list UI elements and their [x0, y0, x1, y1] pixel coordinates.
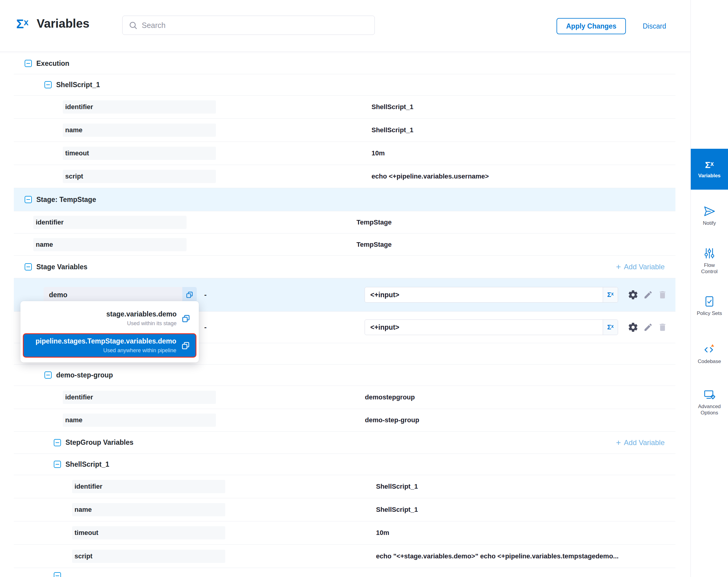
sidebar-item-policy-sets[interactable]: Policy Sets — [691, 295, 728, 317]
section-label: Execution — [36, 59, 69, 68]
row-kv-stage-identifier: identifier TempStage — [14, 211, 675, 233]
sidebar-item-codebase[interactable]: Codebase — [691, 343, 728, 365]
kv-value: echo <+pipeline.variables.username> — [371, 173, 489, 180]
row-kv-identifier: identifier ShellScript_1 — [14, 96, 675, 119]
section-label: ShellScript_1 — [56, 81, 100, 89]
kv-label: name — [72, 503, 225, 516]
sidebar-item-label: Flow Control — [696, 262, 723, 275]
variable-required-dash: - — [204, 323, 207, 331]
row-section-inner-shellscript1: ShellScript_1 — [14, 454, 675, 475]
collapse-icon[interactable] — [25, 263, 32, 271]
collapse-icon[interactable] — [54, 461, 61, 468]
sigma-icon: Σˣ — [705, 160, 714, 170]
apply-changes-button[interactable]: Apply Changes — [556, 18, 626, 34]
sidebar-item-label: Notify — [696, 220, 723, 226]
search-input[interactable] — [142, 21, 358, 30]
copy-icon[interactable] — [181, 314, 190, 323]
kv-label: timeout — [72, 526, 225, 540]
variable-value-input[interactable]: <+input> Σˣ — [365, 320, 618, 335]
settings-gear-icon[interactable] — [628, 322, 639, 333]
sliders-icon — [703, 247, 716, 260]
kv-value: demo-step-group — [365, 416, 419, 424]
kv-label: name — [63, 413, 216, 427]
row-kv-inner-script: script echo "<+stage.variables.demo>" ec… — [14, 545, 675, 568]
plus-icon: + — [616, 438, 621, 447]
variable-row-actions — [628, 322, 667, 333]
edit-pencil-icon[interactable] — [643, 323, 653, 332]
panel-header: Σˣ Variables Apply Changes Discard — [0, 0, 691, 52]
section-label: Stage: TempStage — [36, 196, 96, 204]
sidebar-item-advanced-options[interactable]: Advanced Options — [691, 388, 728, 416]
sidebar-item-flow-control[interactable]: Flow Control — [691, 247, 728, 275]
section-label: ShellScript_1 — [66, 460, 109, 469]
kv-label: identifier — [72, 480, 225, 493]
kv-value: ShellScript_1 — [371, 126, 413, 134]
right-sidebar: Σˣ Variables Notify Flow Control Policy … — [691, 0, 728, 577]
sidebar-item-label: Advanced Options — [696, 403, 723, 416]
row-partial-bottom — [14, 568, 675, 577]
variable-name-input[interactable]: demo — [44, 287, 197, 303]
popup-scope-text: Used within its stage — [127, 320, 177, 327]
copy-icon[interactable] — [181, 341, 190, 350]
kv-value: ShellScript_1 — [371, 103, 413, 111]
kv-label: identifier — [63, 100, 216, 114]
expression-toggle-icon[interactable]: Σˣ — [603, 320, 618, 335]
kv-label: identifier — [63, 391, 216, 404]
search-box[interactable] — [122, 16, 375, 35]
sidebar-item-variables[interactable]: Σˣ Variables — [691, 149, 728, 190]
collapse-icon[interactable] — [45, 81, 52, 89]
kv-value: 10m — [376, 529, 389, 537]
variable-name-value: demo — [44, 291, 67, 299]
collapse-icon[interactable] — [25, 196, 32, 203]
add-variable-button[interactable]: + Add Variable — [616, 262, 665, 271]
kv-value: demostepgroup — [365, 393, 415, 401]
row-kv-name: name ShellScript_1 — [14, 119, 675, 142]
sidebar-item-label: Variables — [696, 173, 723, 179]
section-label: StepGroup Variables — [66, 438, 133, 447]
edit-pencil-icon[interactable] — [643, 290, 653, 300]
variable-required-dash: - — [204, 291, 207, 299]
row-kv-script: script echo <+pipeline.variables.usernam… — [14, 165, 675, 188]
collapse-icon[interactable] — [45, 372, 52, 379]
add-variable-label: Add Variable — [624, 262, 665, 271]
delete-trash-icon[interactable] — [658, 323, 667, 332]
settings-gear-icon[interactable] — [628, 290, 639, 300]
kv-value: 10m — [371, 149, 385, 157]
collapse-icon[interactable] — [54, 439, 61, 446]
kv-value: ShellScript_1 — [376, 506, 418, 513]
popup-entry-texts: pipeline.stages.TempStage.variables.demo… — [35, 337, 176, 354]
kv-label: script — [72, 550, 225, 563]
add-variable-button[interactable]: + Add Variable — [616, 438, 665, 447]
copy-button[interactable] — [182, 287, 197, 303]
kv-label: name — [33, 238, 186, 251]
collapse-icon[interactable] — [25, 60, 32, 67]
variable-value-text: <+input> — [365, 323, 399, 331]
advanced-options-icon — [703, 388, 716, 401]
popup-scope-text: Used anywhere within pipeline — [103, 347, 176, 354]
collapse-icon[interactable] — [54, 572, 61, 577]
row-section-demo-step-group: demo-step-group — [14, 365, 675, 386]
kv-value: echo "<+stage.variables.demo>" echo <+pi… — [376, 552, 619, 560]
section-label: demo-step-group — [56, 371, 113, 379]
popup-entry-pipeline-scope-selected[interactable]: pipeline.stages.TempStage.variables.demo… — [23, 333, 197, 358]
paper-plane-icon — [703, 205, 716, 218]
delete-trash-icon[interactable] — [658, 290, 667, 300]
discard-button[interactable]: Discard — [643, 18, 666, 34]
row-section-stepgroup-variables: StepGroup Variables + Add Variable — [14, 431, 675, 454]
row-section-execution: Execution — [14, 53, 675, 74]
row-kv-inner-name: name ShellScript_1 — [14, 498, 675, 521]
row-kv-stage-name: name TempStage — [14, 233, 675, 256]
row-section-stage-variables: Stage Variables + Add Variable — [14, 256, 675, 278]
variable-row-actions — [628, 290, 667, 300]
search-icon — [129, 21, 137, 30]
variables-sigma-icon: Σˣ — [16, 17, 28, 31]
expression-toggle-icon[interactable]: Σˣ — [603, 287, 618, 302]
variable-value-input[interactable]: <+input> Σˣ — [365, 287, 618, 303]
popup-entry-stage-scope[interactable]: stage.variables.demo Used within its sta… — [20, 306, 199, 331]
code-brackets-icon — [703, 343, 716, 356]
sidebar-item-notify[interactable]: Notify — [691, 205, 728, 226]
row-kv-inner-timeout: timeout 10m — [14, 521, 675, 545]
sidebar-item-label: Codebase — [696, 358, 723, 365]
variables-panel: Σˣ Variables Apply Changes Discard Execu… — [0, 0, 728, 577]
add-variable-label: Add Variable — [624, 438, 665, 447]
